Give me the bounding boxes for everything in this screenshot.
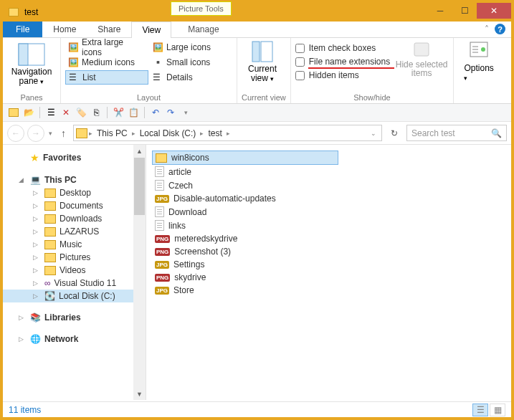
- view-details-icon[interactable]: ☰: [472, 404, 488, 416]
- history-dropdown-icon[interactable]: ▾: [47, 130, 54, 137]
- folder-icon: [44, 188, 56, 198]
- current-view-button[interactable]: Current view ▾: [242, 40, 283, 84]
- explorer-window: test Picture Tools ─ ☐ ✕ File Home Share…: [0, 0, 514, 420]
- file-item[interactable]: article: [152, 165, 338, 178]
- tree-favorites[interactable]: ★Favorites: [3, 151, 146, 165]
- refresh-button[interactable]: ↻: [385, 128, 404, 138]
- checkbox-item-boxes[interactable]: [295, 44, 305, 53]
- svg-rect-3: [261, 42, 272, 62]
- navigation-pane-button[interactable]: Navigation pane ▾: [7, 40, 56, 87]
- check-hidden-items[interactable]: Hidden items: [295, 70, 390, 80]
- layout-small[interactable]: ▪️Small icons: [150, 55, 233, 70]
- crumb-thispc[interactable]: This PC: [94, 128, 130, 138]
- folder-icon: [44, 240, 56, 249]
- minimize-button[interactable]: ─: [428, 3, 452, 19]
- file-name: Screenshot (3): [174, 247, 231, 257]
- scroll-thumb[interactable]: [134, 158, 145, 215]
- tree-lazarus[interactable]: ▷LAZARUS: [3, 225, 146, 238]
- sidebar-scrollbar[interactable]: ▲ ▼: [133, 145, 146, 400]
- file-item[interactable]: Czech: [152, 178, 338, 192]
- checkbox-file-extensions[interactable]: [295, 57, 305, 67]
- file-item[interactable]: win8icons: [152, 151, 338, 165]
- qat-open-icon[interactable]: 📂: [22, 106, 35, 119]
- tree-downloads[interactable]: ▷Downloads: [3, 212, 146, 225]
- address-bar: ← → ▾ ↑ ▸ This PC▸ Local Disk (C:)▸ test…: [3, 122, 511, 145]
- ribbon-group-panes: Navigation pane ▾ Panes: [3, 38, 61, 103]
- tree-libraries[interactable]: ▷📚Libraries: [3, 311, 146, 324]
- tree-videos[interactable]: ▷Videos: [3, 264, 146, 277]
- tree-pictures[interactable]: ▷Pictures: [3, 251, 146, 264]
- help-icon[interactable]: ?: [495, 24, 505, 34]
- crumb-localdisk[interactable]: Local Disk (C:): [137, 128, 199, 138]
- qat-properties-icon[interactable]: ☰: [44, 106, 57, 119]
- breadcrumb-bar[interactable]: ▸ This PC▸ Local Disk (C:)▸ test▸ ⌄: [73, 125, 382, 141]
- qat-paste-icon[interactable]: 📋: [127, 106, 140, 119]
- file-item[interactable]: Download: [152, 205, 338, 219]
- up-button[interactable]: ↑: [57, 128, 70, 139]
- close-button[interactable]: ✕: [477, 3, 511, 19]
- hide-selected-button[interactable]: Hide selecteditems: [394, 40, 449, 80]
- maximize-button[interactable]: ☐: [452, 3, 477, 19]
- file-item[interactable]: JPGSettings: [152, 258, 338, 271]
- navigation-tree: ★Favorites ◢💻This PC ▷Desktop ▷Documents…: [3, 145, 146, 400]
- search-input[interactable]: Search test 🔍: [406, 125, 507, 141]
- tab-manage[interactable]: Manage: [177, 21, 229, 37]
- breadcrumb-dropdown-icon[interactable]: ⌄: [368, 130, 379, 137]
- file-item[interactable]: JPGDisable-automatic-updates: [152, 192, 338, 205]
- layout-details[interactable]: ☰Details: [150, 70, 233, 85]
- checkbox-hidden-items[interactable]: [295, 71, 305, 80]
- qat-undo-icon[interactable]: ↶: [149, 106, 162, 119]
- qat-rename-icon[interactable]: 🏷️: [75, 106, 87, 119]
- file-item[interactable]: PNGScreenshot (3): [152, 245, 338, 258]
- layout-large[interactable]: 🖼️Large icons: [150, 40, 233, 54]
- folder-icon: [44, 214, 56, 224]
- ribbon-group-current-view: Current view ▾ Current view: [237, 38, 291, 103]
- qat-copy-icon[interactable]: ⎘: [90, 106, 103, 119]
- options-button[interactable]: Options▾: [458, 40, 500, 82]
- tree-vs11[interactable]: ▷∞Visual Studio 11: [3, 277, 146, 290]
- file-tab[interactable]: File: [3, 22, 42, 37]
- tab-home[interactable]: Home: [42, 21, 87, 37]
- status-bar: 11 items ☰ ▦: [3, 401, 511, 417]
- tab-share[interactable]: Share: [87, 21, 131, 37]
- file-item[interactable]: PNGskydrive: [152, 271, 338, 284]
- group-label-showhide: Show/hide: [295, 92, 449, 103]
- tree-music[interactable]: ▷Music: [3, 238, 146, 251]
- layout-medium[interactable]: 🖼️Medium icons: [65, 55, 148, 70]
- crumb-test[interactable]: test: [205, 128, 224, 138]
- scroll-up-icon[interactable]: ▲: [133, 145, 146, 157]
- tree-network[interactable]: ▷🌐Network: [3, 333, 146, 345]
- file-name: Settings: [173, 259, 204, 269]
- collapse-ribbon-icon[interactable]: ˄: [485, 24, 489, 34]
- file-name: Download: [168, 207, 206, 217]
- file-item[interactable]: links: [152, 219, 338, 232]
- search-icon: 🔍: [491, 128, 502, 138]
- file-item[interactable]: JPGStore: [152, 284, 338, 297]
- back-button[interactable]: ←: [7, 125, 24, 142]
- forward-button[interactable]: →: [27, 125, 44, 142]
- qat-dropdown-icon[interactable]: ▾: [179, 106, 192, 119]
- qat-delete-icon[interactable]: ✕: [60, 106, 72, 119]
- file-list[interactable]: win8iconsarticleCzechJPGDisable-automati…: [146, 145, 511, 400]
- check-item-boxes[interactable]: Item check boxes: [295, 43, 390, 53]
- tree-desktop[interactable]: ▷Desktop: [3, 186, 146, 199]
- jpg-icon: JPG: [155, 195, 169, 203]
- check-file-extensions[interactable]: File name extensions: [295, 57, 390, 67]
- tab-view[interactable]: View: [131, 22, 171, 38]
- layout-list[interactable]: ☰List: [65, 70, 148, 85]
- qat-new-folder-icon[interactable]: [7, 106, 20, 119]
- tree-local-disk[interactable]: ▷💽Local Disk (C:): [3, 290, 146, 302]
- group-label-panes: Panes: [7, 92, 56, 103]
- qat-redo-icon[interactable]: ↷: [164, 106, 177, 119]
- folder-icon: [44, 201, 56, 211]
- folder-icon: [156, 153, 167, 163]
- tree-documents[interactable]: ▷Documents: [3, 199, 146, 212]
- window-controls: ─ ☐ ✕: [428, 3, 511, 19]
- file-item[interactable]: PNGmeteredskydrive: [152, 232, 338, 245]
- tree-this-pc[interactable]: ◢💻This PC: [3, 173, 146, 186]
- scroll-down-icon[interactable]: ▼: [133, 388, 146, 400]
- layout-extra-large[interactable]: 🖼️Extra large icons: [65, 40, 148, 54]
- view-thumbnails-icon[interactable]: ▦: [490, 404, 505, 416]
- qat-cut-icon[interactable]: ✂️: [112, 106, 125, 119]
- titlebar: test Picture Tools ─ ☐ ✕: [3, 3, 511, 22]
